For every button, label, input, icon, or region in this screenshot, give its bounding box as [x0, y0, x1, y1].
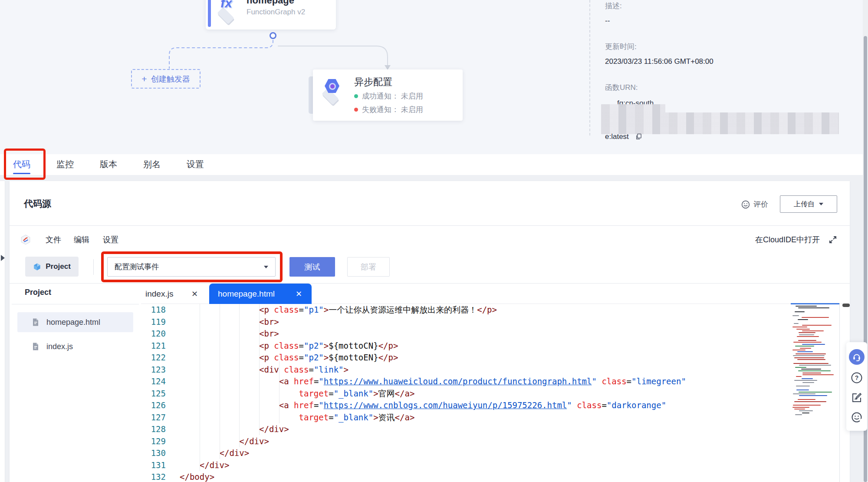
close-tab-icon[interactable]: ✕	[296, 289, 302, 299]
code-line-127: target="_blank">资讯</a>	[180, 412, 787, 424]
chevron-down-icon	[819, 203, 823, 205]
project-menu-button[interactable]: Project	[25, 257, 79, 277]
file-icon	[31, 318, 40, 327]
code-editor-content[interactable]: <p class="p1">一个让你从资源运维中解放出来的利器！</p> <br…	[180, 304, 787, 482]
divider	[93, 259, 94, 275]
async-status-row: 失败通知： 未启用	[354, 105, 423, 115]
plus-icon: +	[141, 74, 147, 83]
updated-time-value: 2023/03/23 11:56:06 GMT+08:00	[605, 57, 713, 66]
nav-tab-code[interactable]: 代码	[13, 154, 30, 175]
smiley-icon	[741, 200, 750, 209]
nav-tab-alias[interactable]: 别名	[143, 154, 161, 175]
code-line-128: </div>	[180, 423, 787, 436]
code-line-122: <p class="p2">${mottoEN}</p>	[180, 352, 787, 364]
description-label: 描述:	[605, 1, 622, 11]
indent-guide	[200, 304, 200, 471]
description-value: --	[605, 17, 610, 25]
indent-guide	[239, 304, 240, 447]
customer-service-headset-icon[interactable]	[849, 349, 865, 365]
nav-tab-monitor[interactable]: 监控	[56, 154, 74, 175]
urn-redaction-mosaic	[601, 104, 665, 113]
test-button[interactable]: 测试	[289, 257, 335, 277]
file-icon	[31, 342, 40, 351]
code-line-125: target="_blank">官网</a>	[180, 388, 787, 400]
code-source-title: 代码源	[24, 198, 51, 210]
divider	[12, 304, 139, 304]
line-number-gutter: 1181191201211221231241251261271281291301…	[141, 304, 166, 482]
code-line-130: </div>	[180, 447, 787, 459]
indent-guide	[259, 304, 260, 435]
create-trigger-button[interactable]: + 创建触发器	[131, 69, 201, 89]
nav-tab-version[interactable]: 版本	[100, 154, 117, 175]
editor-tab-homepage.html[interactable]: homepage.html✕	[209, 284, 312, 304]
divider	[10, 225, 850, 226]
status-dot-icon	[354, 94, 358, 98]
async-config-nut-icon	[320, 78, 344, 101]
indent-guide	[279, 361, 279, 423]
function-node-subtitle: FunctionGraph v2	[247, 8, 305, 17]
function-node-title: homepage	[247, 0, 294, 6]
open-in-cloudide-link[interactable]: 在CloudIDE中打开	[755, 233, 820, 246]
menu-settings[interactable]: 设置	[103, 233, 118, 246]
updated-time-label: 更新时间:	[605, 42, 637, 52]
code-line-126: <a href="https://www.cnblogs.com/huaweiy…	[180, 399, 787, 412]
code-line-119: <br>	[180, 316, 787, 328]
functiongraph-fx-icon: fx	[215, 0, 240, 20]
function-nav-tabbar: 代码监控版本别名设置	[0, 154, 863, 175]
svg-text:?: ?	[855, 374, 859, 381]
code-line-123: <div class="link">	[180, 364, 787, 376]
rate-label: 评价	[753, 199, 768, 209]
help-question-icon[interactable]: ?	[850, 371, 863, 384]
indent-guide	[220, 304, 220, 459]
function-urn-label: 函数URN:	[605, 83, 638, 92]
function-node-card[interactable]: fx homepage FunctionGraph v2	[206, 0, 336, 30]
async-status-row: 成功通知： 未启用	[354, 91, 423, 101]
code-line-129: </div>	[180, 436, 787, 448]
deploy-button[interactable]: 部署	[347, 257, 390, 277]
floating-help-panel: ?	[846, 342, 867, 431]
editor-scrollbar-thumb[interactable]	[842, 304, 850, 307]
project-cube-icon	[33, 263, 41, 271]
async-config-title: 异步配置	[354, 76, 392, 89]
feedback-edit-icon[interactable]	[850, 391, 863, 404]
expand-diagonal-icon[interactable]	[828, 235, 838, 244]
urn-redaction-mosaic	[601, 112, 839, 134]
satisfaction-smiley-icon[interactable]	[850, 411, 863, 424]
copy-icon[interactable]	[635, 133, 642, 140]
code-line-118: <p class="p1">一个让你从资源运维中解放出来的利器！</p>	[180, 304, 787, 316]
test-event-select[interactable]: 配置测试事件	[107, 257, 276, 277]
connector-anchor-dot	[270, 32, 276, 39]
code-line-120: <br>	[180, 328, 787, 340]
code-line-124: <a href="https://www.huaweicloud.com/pro…	[180, 376, 787, 388]
nav-tab-settings[interactable]: 设置	[187, 154, 204, 175]
menu-edit[interactable]: 编辑	[74, 233, 89, 246]
rate-button[interactable]: 评价	[741, 199, 768, 209]
code-line-121: <p class="p2">${mottoCN}</p>	[180, 340, 787, 352]
file-item-index.js[interactable]: index.js	[17, 337, 133, 357]
editor-logo-icon	[20, 234, 31, 245]
close-tab-icon[interactable]: ✕	[191, 289, 198, 299]
explorer-title: Project	[25, 288, 51, 297]
expand-panel-arrow-icon[interactable]	[1, 255, 5, 261]
menu-file[interactable]: 文件	[46, 233, 61, 246]
collapsed-left-panel	[0, 181, 5, 482]
status-dot-icon	[354, 108, 358, 112]
divider	[10, 283, 850, 284]
code-line-132: </body>	[180, 471, 787, 482]
function-info-panel: 描述: -- 更新时间: 2023/03/23 11:56:06 GMT+08:…	[589, 0, 863, 135]
code-line-131: </div>	[180, 459, 787, 472]
code-source-card: 代码源 评价 上传自 文件 编辑 设置 在CloudIDE中打开 Project	[10, 181, 850, 482]
function-node-accent-bar	[208, 0, 211, 27]
async-config-node-card[interactable]: 异步配置 成功通知： 未启用失败通知： 未启用	[313, 69, 463, 121]
minimap[interactable]	[791, 303, 840, 482]
file-item-homepage.html[interactable]: homepage.html	[17, 312, 133, 332]
chevron-down-icon	[264, 266, 268, 268]
editor-tab-index.js[interactable]: index.js✕	[141, 284, 208, 304]
upload-from-dropdown[interactable]: 上传自	[780, 195, 837, 213]
function-urn-tail: e:latest	[605, 132, 629, 141]
